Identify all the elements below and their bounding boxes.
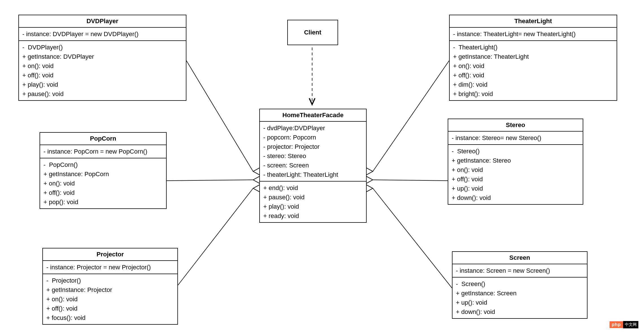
class-client: Client [287, 20, 338, 45]
class-methods: + end(): void+ pause(): void+ play(): vo… [260, 182, 366, 222]
class-methods: - TheaterLight()+ getInstance: TheaterLi… [450, 41, 617, 100]
class-member-row: + getInstance: DVDPlayer [22, 52, 182, 61]
class-member-row: + getInstance: Screen [456, 289, 584, 298]
class-member-row: + bright(): void [453, 89, 613, 99]
class-member-row: + up(): void [456, 298, 584, 307]
class-member-row: - instance: PopCorn = new PopCorn() [43, 147, 163, 156]
class-member-row: + ready: void [263, 211, 363, 221]
watermark-left: php [610, 321, 623, 328]
class-attrs: - instance: DVDPlayer = new DVDPlayer() [19, 28, 186, 41]
class-attrs: - dvdPlaye:DVDPlayer- popcorn: Popcorn- … [260, 122, 366, 182]
class-member-row: + getInstance: Projector [46, 285, 174, 294]
class-title: Client [288, 20, 338, 45]
svg-line-7 [186, 61, 253, 171]
class-hometheater: HomeTheaterFacade - dvdPlaye:DVDPlayer- … [259, 109, 367, 223]
class-member-row: + dim(): void [453, 80, 613, 89]
class-member-row: - stereo: Stereo [263, 151, 363, 161]
class-member-row: - Screen() [456, 279, 584, 289]
class-title: Stereo [448, 119, 583, 132]
class-attrs: - instance: TheaterLight= new TheaterLig… [450, 28, 617, 41]
class-member-row: - instance: Stereo= new Stereo() [452, 133, 579, 143]
class-methods: - Screen()+ getInstance: Screen+ up(): v… [452, 278, 587, 318]
class-member-row: + up(): void [452, 184, 579, 193]
class-member-row: - PopCorn() [43, 160, 163, 169]
class-attrs: - instance: Stereo= new Stereo() [448, 132, 583, 145]
class-title: PopCorn [40, 133, 166, 145]
class-member-row: - DVDPlayer() [22, 43, 182, 52]
class-stereo: Stereo - instance: Stereo= new Stereo() … [448, 119, 583, 205]
class-methods: - Stereo()+ getInstance: Stereo+ on(): v… [448, 145, 583, 204]
class-member-row: + pop(): void [43, 197, 163, 207]
svg-line-11 [373, 180, 448, 181]
class-member-row: + off(): void [22, 71, 182, 80]
class-member-row: + play(): void [263, 202, 363, 211]
watermark: php 中文网 [610, 321, 638, 328]
class-member-row: - screen: Screen [263, 161, 363, 170]
class-member-row: - projector: Projector [263, 142, 363, 151]
class-member-row: - instance: Screen = new Screen() [456, 266, 584, 275]
class-title: HomeTheaterFacade [260, 109, 366, 122]
class-member-row: + end(): void [263, 183, 363, 193]
class-title: TheaterLight [450, 15, 617, 28]
class-member-row: + on(): void [22, 61, 182, 71]
class-member-row: + off(): void [43, 188, 163, 197]
class-member-row: - TheaterLight() [453, 43, 613, 52]
class-member-row: - instance: DVDPlayer = new DVDPlayer() [22, 29, 182, 39]
class-methods: - Projector()+ getInstance: Projector+ o… [43, 274, 177, 324]
class-member-row: + down(): void [452, 193, 579, 202]
class-member-row: + off(): void [453, 71, 613, 80]
class-member-row: - instance: Projector = new Projector() [46, 263, 174, 272]
class-attrs: - instance: Projector = new Projector() [43, 261, 177, 274]
class-member-row: + pause(): void [22, 89, 182, 99]
class-member-row: - theaterLight: TheaterLight [263, 170, 363, 179]
class-member-row: + down(): void [456, 307, 584, 316]
svg-line-10 [373, 61, 449, 171]
class-member-row: + play(): void [22, 80, 182, 89]
class-screen: Screen - instance: Screen = new Screen()… [452, 251, 588, 319]
class-popcorn: PopCorn - instance: PopCorn = new PopCor… [40, 132, 167, 209]
class-theaterlight: TheaterLight - instance: TheaterLight= n… [449, 15, 617, 101]
class-member-row: + on(): void [452, 165, 579, 174]
class-methods: - DVDPlayer()+ getInstance: DVDPlayer+ o… [19, 41, 186, 100]
class-member-row: - Stereo() [452, 147, 579, 156]
class-member-row: + on(): void [46, 294, 174, 304]
class-methods: - PopCorn()+ getInstance: PopCorn+ on():… [40, 158, 166, 208]
class-member-row: + focus(): void [46, 313, 174, 322]
class-member-row: + getInstance: PopCorn [43, 169, 163, 179]
class-dvdplayer: DVDPlayer - instance: DVDPlayer = new DV… [18, 15, 186, 101]
class-member-row: + on(): void [43, 179, 163, 188]
watermark-right: 中文网 [623, 321, 638, 328]
svg-line-12 [373, 188, 452, 288]
class-projector: Projector - instance: Projector = new Pr… [42, 248, 178, 325]
class-member-row: - popcorn: Popcorn [263, 133, 363, 142]
svg-line-9 [178, 188, 253, 285]
class-title: DVDPlayer [19, 15, 186, 28]
class-member-row: + getInstance: Stereo [452, 156, 579, 165]
class-member-row: - instance: TheaterLight= new TheaterLig… [453, 29, 613, 39]
class-member-row: + off(): void [46, 304, 174, 313]
class-member-row: + getInstance: TheaterLight [453, 52, 613, 61]
class-member-row: + off(): void [452, 174, 579, 184]
class-attrs: - instance: Screen = new Screen() [452, 264, 587, 278]
class-member-row: + on(): void [453, 61, 613, 71]
class-attrs: - instance: PopCorn = new PopCorn() [40, 145, 166, 158]
class-title: Screen [452, 252, 587, 264]
class-member-row: - dvdPlaye:DVDPlayer [263, 123, 363, 133]
class-member-row: + pause(): void [263, 193, 363, 202]
class-member-row: - Projector() [46, 276, 174, 285]
svg-line-8 [167, 180, 253, 181]
class-title: Projector [43, 248, 177, 261]
